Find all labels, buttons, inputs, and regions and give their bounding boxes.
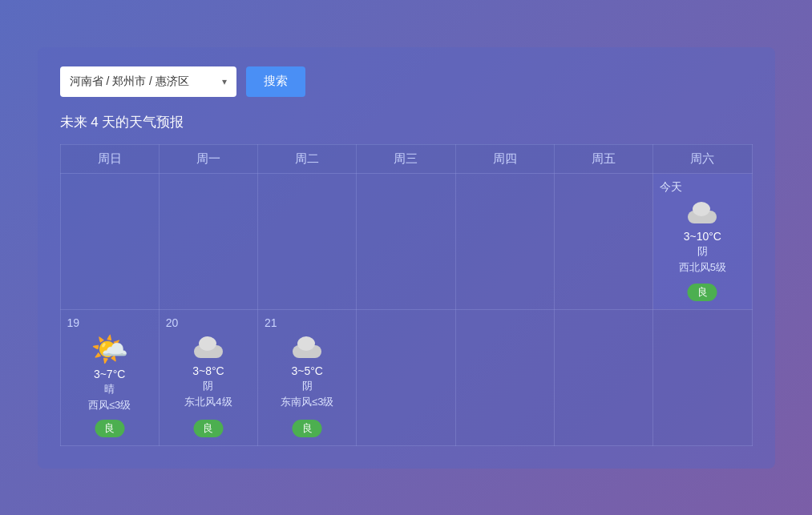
calendar-grid: 周日 周一 周二 周三 周四 周五 周六 今天 <box>60 144 753 446</box>
cloud-icon-20 <box>191 337 226 358</box>
sun-icon-wrap: 🌤️ <box>67 334 152 364</box>
weekday-thu: 周四 <box>455 144 554 173</box>
today-temp: 3~10°C <box>660 230 745 243</box>
location-text: 河南省 / 郑州市 / 惠济区 <box>70 74 217 89</box>
calendar-row-1: 今天 3~10°C 阴 西北风5级 良 <box>60 173 752 309</box>
condition-21: 阴 <box>265 379 349 393</box>
weekday-sat: 周六 <box>653 144 752 173</box>
cell-r1-c3 <box>357 173 455 309</box>
weekday-wed: 周三 <box>357 144 455 173</box>
chevron-down-icon: ▾ <box>222 76 227 87</box>
date-19: 19 <box>67 316 152 329</box>
search-row: 河南省 / 郑州市 / 惠济区 ▾ 搜索 <box>60 66 753 97</box>
cell-r2-c6 <box>653 309 752 445</box>
today-label: 今天 <box>660 180 745 195</box>
today-wind: 西北风5级 <box>660 260 745 275</box>
today-quality-badge: 良 <box>688 284 717 301</box>
cloud-icon-21 <box>289 337 325 358</box>
cell-r1-c4 <box>455 173 554 309</box>
weekday-mon: 周一 <box>159 144 257 173</box>
cell-r2-c0: 19 🌤️ 3~7°C 晴 西风≤3级 良 <box>60 309 159 445</box>
cell-r2-c2: 21 3~5°C 阴 东南风≤3级 良 <box>258 309 357 445</box>
quality-badge-20: 良 <box>193 420 223 437</box>
weekday-fri: 周五 <box>554 144 652 173</box>
search-button[interactable]: 搜索 <box>246 66 305 97</box>
temp-20: 3~8°C <box>166 364 251 377</box>
cloud-icon-today <box>685 203 720 223</box>
today-weather-icon-wrap <box>660 199 745 227</box>
cell-r2-c4 <box>455 309 554 445</box>
condition-19: 晴 <box>67 382 152 396</box>
cloud-icon-wrap-20 <box>166 334 251 361</box>
main-container: 河南省 / 郑州市 / 惠济区 ▾ 搜索 未来 4 天的天气预报 周日 周一 周… <box>38 47 775 469</box>
wind-20: 东北风4级 <box>166 395 251 409</box>
cell-r2-c3 <box>357 309 455 445</box>
quality-badge-21: 良 <box>293 420 322 437</box>
wind-19: 西风≤3级 <box>67 398 152 412</box>
cell-r1-c2 <box>258 173 357 309</box>
temp-19: 3~7°C <box>67 368 152 380</box>
date-21: 21 <box>265 316 349 329</box>
today-condition: 阴 <box>660 244 745 259</box>
forecast-title: 未来 4 天的天气预报 <box>60 113 753 131</box>
weekday-sun: 周日 <box>60 144 159 173</box>
location-input[interactable]: 河南省 / 郑州市 / 惠济区 ▾ <box>60 66 236 97</box>
cell-r1-c0 <box>60 173 159 309</box>
wind-21: 东南风≤3级 <box>265 395 349 409</box>
temp-21: 3~5°C <box>265 364 349 377</box>
cell-today: 今天 3~10°C 阴 西北风5级 良 <box>653 173 752 309</box>
cell-r2-c1: 20 3~8°C 阴 东北风4级 良 <box>159 309 257 445</box>
quality-badge-19: 良 <box>95 420 124 437</box>
cell-r2-c5 <box>554 309 652 445</box>
cell-r1-c5 <box>554 173 652 309</box>
date-20: 20 <box>166 316 251 329</box>
cloud-icon-wrap-21 <box>265 334 349 361</box>
sun-icon: 🌤️ <box>91 334 128 364</box>
weekday-tue: 周二 <box>258 144 357 173</box>
condition-20: 阴 <box>166 379 251 393</box>
cell-r1-c1 <box>159 173 257 309</box>
calendar-row-2: 19 🌤️ 3~7°C 晴 西风≤3级 良 20 3~8°C 阴 <box>60 309 752 445</box>
